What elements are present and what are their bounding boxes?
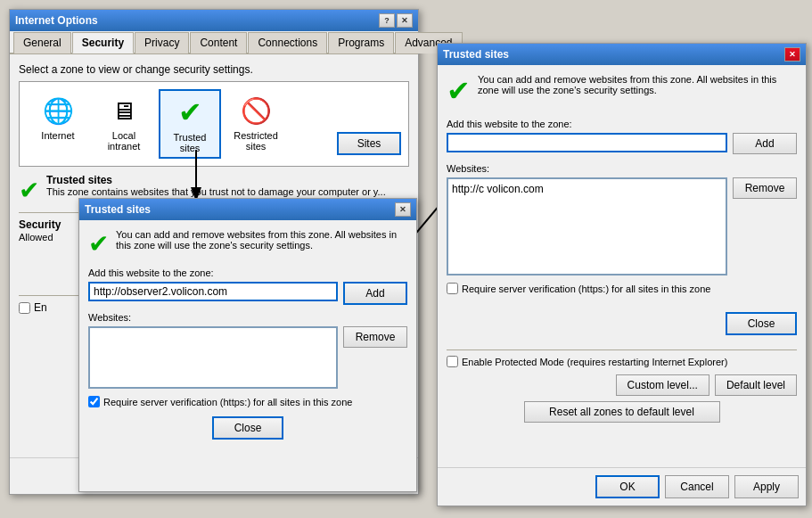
small-trusted-title: Trusted sites (85, 203, 151, 216)
large-add-label: Add this website to the zone: (447, 119, 797, 129)
large-enable-protected-label: Enable Protected Mode (requires restarti… (462, 357, 727, 367)
tab-programs[interactable]: Programs (328, 32, 394, 53)
large-add-button[interactable]: Add (733, 133, 797, 154)
enable-protected-label: En (34, 301, 47, 314)
large-websites-label: Websites: (447, 163, 797, 174)
zones-panel: 🌐 Internet 🖥 Local intranet ✔ Trusted si… (19, 81, 409, 167)
security-level-label: Security Allowed (19, 218, 61, 290)
small-add-input[interactable] (88, 282, 338, 301)
zone-local-intranet[interactable]: 🖥 Local intranet (93, 89, 155, 159)
small-remove-button[interactable]: Remove (343, 326, 407, 348)
large-reset-zones-button[interactable]: Reset all zones to default level (524, 401, 720, 423)
tab-content[interactable]: Content (190, 32, 247, 53)
small-websites-label: Websites: (88, 312, 407, 323)
large-require-https-row: Require server verification (https:) for… (447, 283, 797, 294)
zone-internet[interactable]: 🌐 Internet (27, 89, 89, 159)
tab-connections[interactable]: Connections (248, 32, 327, 53)
large-enable-protected-checkbox[interactable] (447, 356, 458, 367)
trusted-sites-dialog-large: Trusted sites ✕ ✔ You can add and remove… (437, 43, 807, 506)
large-trusted-content: ✔ You can add and remove websites from t… (438, 65, 806, 432)
tab-general[interactable]: General (13, 32, 71, 53)
main-title-bar: Internet Options ? ✕ (10, 10, 418, 31)
small-websites-row: Remove (88, 326, 407, 389)
large-apply-button[interactable]: Apply (734, 475, 799, 498)
main-dialog-title: Internet Options (15, 14, 98, 27)
large-enable-protected-row: Enable Protected Mode (requires restarti… (447, 356, 797, 367)
large-websites-list: http://c volicon.com (447, 177, 727, 275)
large-website-entry: http://c volicon.com (450, 181, 724, 197)
large-add-row: Add (447, 133, 797, 154)
zone-desc-text: This zone contains websites that you tru… (46, 186, 386, 197)
zones-row: 🌐 Internet 🖥 Local intranet ✔ Trusted si… (27, 89, 401, 159)
zone-name-label: Trusted sites (46, 174, 386, 186)
zone-restricted-sites[interactable]: 🚫 Restricted sites (225, 89, 287, 159)
tab-privacy[interactable]: Privacy (135, 32, 189, 53)
large-require-https-checkbox[interactable] (447, 283, 458, 294)
small-require-https-checkbox[interactable] (88, 396, 100, 407)
large-trusted-title: Trusted sites (443, 48, 509, 61)
zone-intranet-label: Local intranet (96, 130, 152, 152)
small-require-https-row: Require server verification (https:) for… (88, 396, 407, 407)
tab-strip: General Security Privacy Content Connect… (10, 31, 418, 54)
zone-trusted-label: Trusted sites (164, 132, 216, 153)
small-websites-list (88, 326, 338, 389)
large-trusted-header: ✔ You can add and remove websites from t… (447, 74, 797, 108)
internet-icon: 🌐 (40, 93, 76, 128)
small-checkmark-icon: ✔ (88, 229, 109, 259)
zone-instruction: Select a zone to view or change security… (19, 63, 409, 76)
small-trusted-content: ✔ You can add and remove websites from t… (79, 220, 416, 448)
small-trusted-close-x[interactable]: ✕ (395, 202, 411, 217)
small-require-https-label: Require server verification (https:) for… (103, 397, 352, 407)
large-close-button[interactable]: Close (726, 312, 797, 335)
zone-internet-label: Internet (41, 130, 74, 141)
small-close-button[interactable]: Close (212, 416, 283, 440)
tab-security[interactable]: Security (72, 32, 134, 53)
large-websites-row: http://c volicon.com Remove (447, 177, 797, 275)
small-trusted-header-text: You can add and remove websites from thi… (116, 229, 407, 259)
trusted-sites-icon: ✔ (172, 95, 208, 130)
large-trusted-title-bar: Trusted sites ✕ (438, 44, 806, 65)
zone-trusted-sites[interactable]: ✔ Trusted sites (159, 89, 221, 159)
trusted-checkmark: ✔ (19, 176, 39, 205)
trusted-sites-dialog-small: Trusted sites ✕ ✔ You can add and remove… (78, 198, 417, 492)
large-trusted-close-x[interactable]: ✕ (784, 47, 800, 62)
small-add-row: Add (88, 282, 407, 305)
restricted-icon: 🚫 (238, 93, 274, 128)
large-ok-button[interactable]: OK (595, 475, 660, 498)
large-remove-button[interactable]: Remove (733, 177, 797, 199)
small-add-button[interactable]: Add (343, 282, 407, 305)
large-default-level-button[interactable]: Default level (715, 374, 797, 396)
large-cancel-button[interactable]: Cancel (665, 475, 729, 498)
close-button-main[interactable]: ✕ (397, 13, 413, 28)
local-intranet-icon: 🖥 (106, 93, 142, 128)
large-add-input[interactable] (447, 133, 727, 152)
large-custom-level-button[interactable]: Custom level... (616, 374, 709, 396)
enable-protected-mode-checkbox[interactable] (19, 302, 30, 314)
small-trusted-header: ✔ You can add and remove websites from t… (88, 229, 407, 259)
large-dialog-footer: OK Cancel Apply (438, 467, 806, 506)
small-trusted-title-bar: Trusted sites ✕ (79, 199, 416, 220)
large-checkmark-icon: ✔ (447, 74, 471, 108)
large-trusted-header-text: You can add and remove websites from thi… (478, 74, 797, 108)
large-level-buttons: Custom level... Default level (447, 374, 797, 396)
small-add-label: Add this website to the zone: (88, 267, 407, 278)
large-separator (447, 349, 797, 350)
zone-restricted-label: Restricted sites (228, 130, 283, 152)
sites-button[interactable]: Sites (337, 132, 401, 155)
help-button[interactable]: ? (379, 13, 395, 28)
large-require-https-label: Require server verification (https:) for… (462, 284, 710, 294)
